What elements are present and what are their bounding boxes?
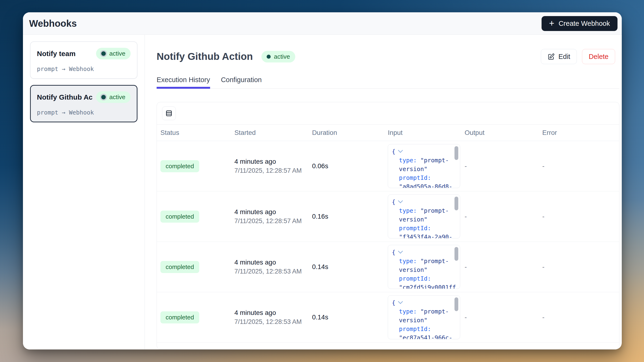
edit-pencil-icon (548, 53, 555, 60)
status-badge: active (96, 48, 130, 60)
input-cell: {type: "prompt-version"promptId:"ec87a54… (384, 292, 461, 342)
table-rows-icon (165, 110, 173, 117)
table-header-row: StatusStartedDurationInputOutputError (157, 125, 619, 141)
input-json-viewer[interactable]: {type: "prompt-version"promptId:"a8ad505… (388, 144, 460, 188)
started-cell: 4 minutes ago 7/11/2025, 12:28:57 AM (231, 205, 308, 228)
chevron-down-icon[interactable] (398, 198, 403, 203)
scrollbar-thumb[interactable] (454, 247, 458, 261)
json-content: {type: "prompt-version"promptId:"ec87a54… (392, 298, 451, 339)
chevron-down-icon[interactable] (398, 249, 403, 254)
input-json-viewer[interactable]: {type: "prompt-version"promptId:"f3453f4… (388, 194, 460, 238)
webhook-name: Notify Github Acti... (37, 93, 92, 101)
desktop-background: { "header": { "title": "Webhooks", "crea… (0, 0, 644, 362)
delete-button-label: Delete (589, 53, 608, 60)
scrollbar-thumb[interactable] (454, 298, 458, 311)
table-row: completed 4 minutes ago 7/11/2025, 12:28… (157, 141, 619, 192)
column-header-error: Error (539, 125, 619, 141)
table-row: completed 4 minutes ago 7/11/2025, 12:28… (157, 192, 619, 242)
webhook-sidebar: Notify team active prompt → Webhook Noti… (23, 35, 145, 350)
column-header-started: Started (231, 125, 308, 141)
status-badge: completed (160, 311, 199, 324)
column-header-duration: Duration (308, 125, 384, 141)
table-body: completed 4 minutes ago 7/11/2025, 12:28… (157, 141, 619, 342)
input-cell: {type: "prompt-version"promptId:"a8ad505… (384, 141, 461, 191)
app-body: Notify team active prompt → Webhook Noti… (23, 35, 622, 350)
json-content: {type: "prompt-version"promptId:"a8ad505… (392, 147, 451, 188)
webhook-detail-panel: Notify Github Action active Edit (145, 35, 622, 350)
output-cell: - (461, 210, 539, 223)
status-badge: active (262, 51, 295, 62)
chevron-down-icon[interactable] (398, 299, 403, 304)
output-cell: - (461, 159, 539, 173)
status-label: active (109, 94, 126, 101)
plus-icon: + (549, 19, 554, 28)
input-cell: {type: "prompt-version"promptId:"f3453f4… (384, 192, 461, 242)
started-absolute: 7/11/2025, 12:28:57 AM (234, 218, 305, 225)
table-view-toggle-button[interactable] (162, 106, 176, 120)
delete-button[interactable]: Delete (582, 49, 615, 64)
input-cell: {type: "prompt-version"promptId:"cm2fd5i… (384, 242, 461, 292)
output-cell: - (461, 310, 539, 324)
sidebar-webhook-item[interactable]: Notify Github Acti... active prompt → We… (30, 85, 138, 122)
duration-cell: 0.14s (308, 260, 384, 274)
status-label: active (109, 50, 126, 57)
status-dot-icon (267, 55, 271, 59)
error-cell: - (539, 210, 619, 223)
started-relative: 4 minutes ago (234, 258, 305, 266)
input-json-viewer[interactable]: {type: "prompt-version"promptId:"cm2fd5i… (388, 245, 460, 289)
detail-header: Notify Github Action active Edit (156, 49, 620, 64)
duration-cell: 0.06s (308, 159, 384, 173)
status-badge: completed (160, 261, 199, 273)
create-webhook-button[interactable]: + Create Webhook (542, 16, 618, 31)
started-relative: 4 minutes ago (234, 309, 305, 316)
status-cell: completed (157, 258, 231, 276)
json-content: {type: "prompt-version"promptId:"f3453f4… (392, 198, 451, 238)
tab-configuration[interactable]: Configuration (221, 76, 262, 88)
status-badge: active (96, 91, 130, 103)
status-dot-icon (101, 95, 106, 99)
page-title: Webhooks (29, 18, 77, 29)
status-cell: completed (157, 308, 231, 326)
webhook-list: Notify team active prompt → Webhook Noti… (30, 42, 138, 122)
sidebar-webhook-item[interactable]: Notify team active prompt → Webhook (30, 42, 138, 79)
table-toolbar (157, 102, 619, 125)
table-row: completed 4 minutes ago 7/11/2025, 12:28… (157, 292, 619, 342)
detail-actions: Edit Delete (541, 49, 615, 64)
status-cell: completed (157, 157, 231, 175)
tab-execution-history[interactable]: Execution History (156, 76, 210, 88)
started-cell: 4 minutes ago 7/11/2025, 12:28:57 AM (231, 155, 308, 178)
webhook-name: Notify team (37, 50, 92, 58)
error-cell: - (539, 310, 619, 324)
started-cell: 4 minutes ago 7/11/2025, 12:28:53 AM (231, 306, 308, 329)
column-header-output: Output (461, 125, 539, 141)
status-label: active (274, 53, 290, 60)
duration-cell: 0.16s (308, 210, 384, 223)
output-cell: - (461, 260, 539, 274)
webhook-title: Notify Github Action (156, 51, 253, 62)
chevron-down-icon[interactable] (398, 148, 403, 153)
webhook-route: prompt → Webhook (37, 109, 130, 116)
execution-history-card: StatusStartedDurationInputOutputError co… (156, 102, 620, 350)
started-relative: 4 minutes ago (234, 158, 305, 166)
status-badge: completed (160, 160, 199, 172)
status-dot-icon (101, 51, 106, 56)
input-json-viewer[interactable]: {type: "prompt-version"promptId:"ec87a54… (388, 295, 460, 339)
webhooks-window: Webhooks + Create Webhook Notify team ac… (23, 12, 622, 350)
started-absolute: 7/11/2025, 12:28:53 AM (234, 268, 305, 275)
started-cell: 4 minutes ago 7/11/2025, 12:28:53 AM (231, 256, 308, 278)
duration-cell: 0.14s (308, 310, 384, 324)
webhook-route: prompt → Webhook (37, 66, 130, 72)
scrollbar-thumb[interactable] (454, 146, 458, 160)
error-cell: - (539, 260, 619, 274)
status-badge: completed (160, 210, 199, 223)
edit-button[interactable]: Edit (541, 49, 577, 64)
error-cell: - (539, 159, 619, 173)
app-header: Webhooks + Create Webhook (23, 12, 622, 35)
table-row: completed 4 minutes ago 7/11/2025, 12:28… (157, 242, 619, 292)
started-relative: 4 minutes ago (234, 208, 305, 216)
scrollbar-thumb[interactable] (454, 196, 458, 210)
json-content: {type: "prompt-version"promptId:"cm2fd5i… (392, 248, 451, 289)
status-cell: completed (157, 208, 231, 226)
column-header-input: Input (384, 125, 461, 141)
column-header-status: Status (157, 125, 231, 141)
